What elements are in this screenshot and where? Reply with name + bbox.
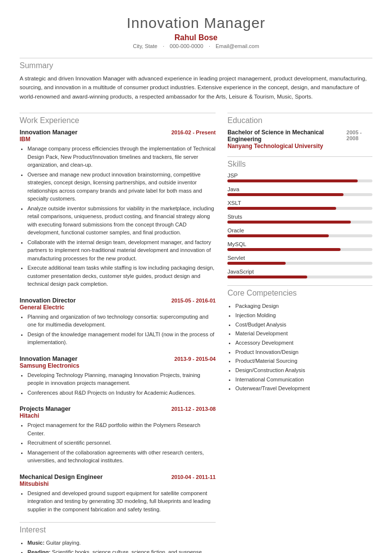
list-item: Reading: Scientific books, science cultu…: [27, 548, 216, 553]
job-header-hitachi: Projects Manager 2011-12 - 2013-08: [20, 405, 216, 412]
city-state: City, State: [133, 43, 157, 49]
summary-text: A strategic and driven Innovation Manage…: [20, 74, 372, 101]
education-divider: [227, 113, 372, 113]
interest-reading-label: Reading:: [27, 549, 50, 553]
job-dates-ibm: 2016-02 - Present: [172, 129, 216, 135]
skills-divider: [227, 156, 372, 157]
job-dates-hitachi: 2011-12 - 2013-08: [172, 406, 216, 412]
edu-school: Nanyang Technological University: [227, 143, 372, 150]
skill-bar-bg: [227, 207, 372, 210]
list-item: Analyze outside inventor submissions for…: [27, 204, 216, 237]
job-bullets-hitachi: Project management for the R&D portfolio…: [20, 421, 216, 465]
skill-name: XSLT: [227, 200, 372, 206]
list-item: Outerwear/Travel Development: [235, 384, 372, 393]
skill-javascript: JavaScript: [227, 269, 372, 278]
list-item: Manage company process efficiencies thro…: [27, 145, 216, 169]
summary-title: Summary: [20, 61, 372, 70]
job-block-ibm: Innovation Manager 2016-02 - Present IBM…: [20, 129, 216, 288]
left-column: Work Experience Innovation Manager 2016-…: [20, 109, 216, 553]
list-item: Material Development: [235, 329, 372, 338]
interest-title: Interest: [20, 526, 216, 534]
job-title-heading: Innovation Manager: [20, 15, 372, 31]
skill-name: Servlet: [227, 255, 372, 261]
main-content: Work Experience Innovation Manager 2016-…: [20, 109, 372, 553]
skill-servlet: Servlet: [227, 255, 372, 265]
skill-bar-fill: [227, 221, 350, 224]
skill-name: JavaScript: [227, 269, 372, 275]
dot-separator: ·: [163, 43, 164, 49]
job-bullets-ge: Planning and organization of two technol…: [20, 313, 216, 347]
skill-bar-bg: [227, 193, 372, 196]
edu-degree: Bachelor of Science in Mechanical Engine…: [227, 129, 346, 143]
skill-bar-fill: [227, 276, 307, 278]
job-header-ibm: Innovation Manager 2016-02 - Present: [20, 129, 216, 136]
skill-name: JSP: [227, 173, 372, 178]
interest-reading-text: Scientific books, science culture, scien…: [50, 549, 203, 553]
list-item: Designed and developed ground support eq…: [27, 489, 216, 514]
email: Email@email.com: [216, 43, 259, 49]
job-title-samsung: Innovation Manager: [20, 355, 77, 362]
skill-oracle: Oracle: [227, 227, 372, 237]
skill-bar-bg: [227, 262, 372, 265]
skill-xslt: XSLT: [227, 200, 372, 210]
skills-title: Skills: [227, 160, 372, 169]
candidate-name: Rahul Bose: [20, 33, 372, 42]
competencies-title: Core Competencies: [227, 289, 372, 298]
interest-divider: [20, 522, 216, 523]
list-item: Recruitment of scientific personnel.: [27, 439, 216, 447]
skill-bar-bg: [227, 248, 372, 251]
list-item: Oversee and manage new product innovatio…: [27, 171, 216, 203]
skill-bar-bg: [227, 234, 372, 237]
list-item: Design of the knowledge management model…: [27, 330, 216, 347]
job-title-mitsubishi: Mechanical Design Engineer: [20, 474, 103, 480]
job-block-hitachi: Projects Manager 2011-12 - 2013-08 Hitac…: [20, 405, 216, 465]
skill-name: Oracle: [227, 227, 372, 233]
phone: 000-000-0000: [170, 43, 203, 49]
skills-section: JSP Java XSLT Struts Oracle MySQL: [227, 173, 372, 278]
job-company-hitachi: Hitachi: [20, 412, 216, 419]
list-item: Collaborate with the internal design tea…: [27, 238, 216, 263]
edu-header: Bachelor of Science in Mechanical Engine…: [227, 129, 372, 143]
list-item: Execute additional team tasks while staf…: [27, 264, 216, 288]
skill-name: Java: [227, 186, 372, 192]
competencies-list: Packaging Design Injection Molding Cost/…: [227, 302, 372, 393]
skill-struts: Struts: [227, 214, 372, 224]
work-experience-title: Work Experience: [20, 116, 216, 125]
work-divider: [20, 113, 216, 113]
job-header-mitsubishi: Mechanical Design Engineer 2010-04 - 201…: [20, 474, 216, 480]
job-bullets-ibm: Manage company process efficiencies thro…: [20, 145, 216, 288]
skill-name: Struts: [227, 214, 372, 220]
dot-separator-2: ·: [209, 43, 210, 49]
summary-divider: [20, 58, 372, 58]
right-column: Education Bachelor of Science in Mechani…: [227, 109, 372, 553]
competencies-divider: [227, 285, 372, 286]
list-item: Planning and organization of two technol…: [27, 313, 216, 329]
job-bullets-mitsubishi: Designed and developed ground support eq…: [20, 489, 216, 514]
job-title-ge: Innovation Director: [20, 297, 76, 304]
list-item: Packaging Design: [235, 302, 372, 311]
list-item: Cost/Budget Analysis: [235, 320, 372, 329]
skill-java: Java: [227, 186, 372, 196]
list-item: Design/Construction Analysis: [235, 366, 372, 375]
interest-list: Music: Guitar playing. Reading: Scientif…: [20, 538, 216, 553]
skill-bar-fill: [227, 207, 336, 210]
skill-bar-fill: [227, 179, 358, 182]
job-header-samsung: Innovation Manager 2013-9 - 2015-04: [20, 355, 216, 362]
job-dates-samsung: 2013-9 - 2015-04: [174, 356, 216, 362]
job-dates-mitsubishi: 2010-04 - 2011-11: [172, 474, 216, 480]
list-item: Injection Molding: [235, 311, 372, 320]
job-block-ge: Innovation Director 2015-05 - 2016-01 Ge…: [20, 297, 216, 347]
skill-bar-fill: [227, 193, 343, 196]
contact-info: City, State · 000-000-0000 · Email@email…: [20, 43, 372, 49]
list-item: Music: Guitar playing.: [27, 538, 216, 548]
skill-bar-fill: [227, 248, 341, 251]
skill-bar-bg: [227, 276, 372, 278]
interest-music-text: Guitar playing.: [45, 540, 81, 546]
resume-header: Innovation Manager Rahul Bose City, Stat…: [20, 15, 372, 49]
job-header-ge: Innovation Director 2015-05 - 2016-01: [20, 297, 216, 304]
list-item: Developing Technology Planning, managing…: [27, 371, 216, 387]
job-company-ibm: IBM: [20, 136, 216, 143]
skill-jsp: JSP: [227, 173, 372, 182]
skill-name: MySQL: [227, 241, 372, 247]
job-block-samsung: Innovation Manager 2013-9 - 2015-04 Sams…: [20, 355, 216, 397]
